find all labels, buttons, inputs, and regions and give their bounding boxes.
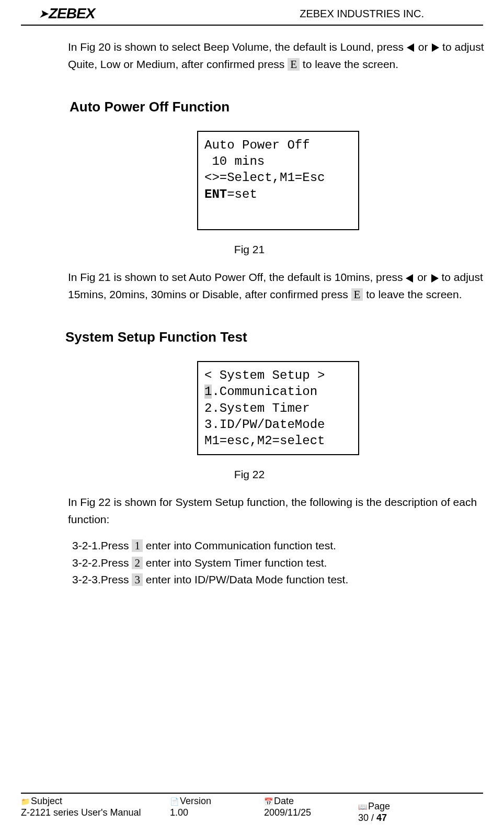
text: In Fig 21 is shown to set Auto Power Off… <box>68 271 406 283</box>
folder-icon: 📁 <box>21 797 30 806</box>
value: 30 / 47 <box>358 813 483 823</box>
intro-paragraph: In Fig 20 is shown to select Beep Volume… <box>68 39 488 73</box>
text: to leave the screen. <box>366 288 462 300</box>
screen-fig22: < System Setup > 1.Communication 2.Syste… <box>197 361 359 455</box>
label: Date <box>274 796 294 807</box>
list-item-3: 3-2-3.Press 3 enter into ID/PW/Data Mode… <box>72 571 488 589</box>
text-or: or <box>417 271 427 283</box>
screen-line: 3.ID/PW/DateMode <box>204 416 352 433</box>
section-title-system-setup: System Setup Function Test <box>65 329 488 345</box>
company-name: ZEBEX INDUSTRIES INC. <box>300 8 424 20</box>
triangle-left-icon <box>406 274 413 283</box>
caption-fig21: Fig 21 <box>10 243 488 256</box>
text: In Fig 22 is shown for System Setup func… <box>68 496 288 508</box>
screen-line: ENT=set <box>204 186 352 202</box>
calendar-icon: 📅 <box>264 797 273 806</box>
screen-line: 10 mins <box>204 153 352 170</box>
key-e: E <box>288 58 300 71</box>
section1-paragraph: In Fig 21 is shown to set Auto Power Off… <box>68 269 488 303</box>
text-or: or <box>418 41 428 53</box>
value: 2009/11/25 <box>264 807 358 818</box>
label: Version <box>180 796 211 807</box>
key-1: 1 <box>132 539 143 552</box>
page-footer: 📁 Subject Z-2121 series User's Manual 📄 … <box>21 793 483 829</box>
screen-line: M1=esc,M2=select <box>204 433 352 449</box>
screen-line: < System Setup > <box>204 367 352 383</box>
text: 3-2-2.Press <box>72 557 132 569</box>
value: Z-2121 series User's Manual <box>21 807 170 818</box>
logo: ➤ ZEBEX <box>39 5 95 22</box>
section2-paragraph: In Fig 22 is shown for System Setup func… <box>68 494 488 528</box>
triangle-right-icon <box>431 274 439 283</box>
content-area: In Fig 20 is shown to select Beep Volume… <box>0 26 504 589</box>
screen-line: Auto Power Off <box>204 137 352 153</box>
footer-page: 📖 Page 30 / 47 <box>358 796 483 829</box>
logo-arrows-icon: ➤ <box>39 7 48 20</box>
key-e: E <box>351 288 363 301</box>
footer-date: 📅 Date 2009/11/25 <box>264 796 358 829</box>
key-2: 2 <box>132 557 143 569</box>
text: enter into Communication function test. <box>143 539 336 551</box>
list-item-1: 3-2-1.Press 1 enter into Communication f… <box>72 537 488 555</box>
text: to leave the screen. <box>303 58 398 70</box>
screen-fig21: Auto Power Off 10 mins <>=Select,M1=Esc … <box>197 131 359 230</box>
book-icon: 📖 <box>358 803 367 811</box>
label: Page <box>368 801 390 812</box>
text: enter into System Timer function test. <box>143 557 327 569</box>
document-icon: 📄 <box>170 797 179 806</box>
text: enter into ID/PW/Data Mode function test… <box>143 573 348 585</box>
text: In Fig 20 is shown to select Beep Volume… <box>68 41 407 53</box>
screen-line: 1.Communication <box>204 383 352 400</box>
list-item-2: 3-2-2.Press 2 enter into System Timer fu… <box>72 555 488 572</box>
key-3: 3 <box>132 573 143 586</box>
section-title-auto-power: Auto Power Off Function <box>70 99 488 115</box>
triangle-right-icon <box>432 43 439 52</box>
logo-text: ZEBEX <box>49 5 95 22</box>
triangle-left-icon <box>407 43 414 52</box>
caption-fig22: Fig 22 <box>10 468 488 481</box>
value: 1.00 <box>170 807 264 818</box>
page-header: ➤ ZEBEX ZEBEX INDUSTRIES INC. <box>21 5 483 26</box>
footer-version: 📄 Version 1.00 <box>170 796 264 829</box>
label: Subject <box>31 796 62 807</box>
screen-line: 2.System Timer <box>204 400 352 416</box>
screen-line: <>=Select,M1=Esc <box>204 170 352 186</box>
footer-subject: 📁 Subject Z-2121 series User's Manual <box>21 796 170 829</box>
text: 3-2-3.Press <box>72 573 132 585</box>
text: 3-2-1.Press <box>72 539 132 551</box>
